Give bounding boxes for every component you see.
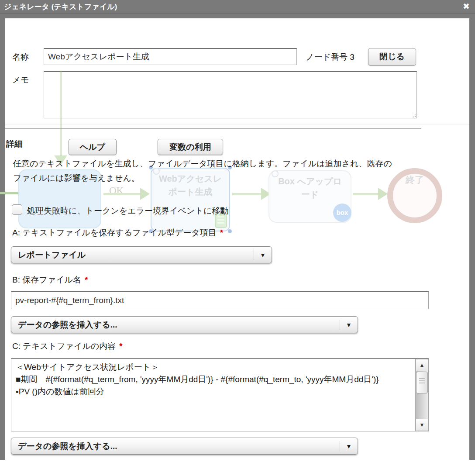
node-number-value: 3 — [350, 52, 355, 62]
divider — [0, 13, 475, 14]
memo-textarea[interactable] — [44, 71, 417, 118]
field-c-label: C: テキストファイルの内容* — [12, 341, 123, 352]
flow-arrow-head — [378, 188, 388, 200]
file-name-input[interactable] — [11, 291, 429, 309]
field-a-label: A: テキストファイルを保存するファイル型データ項目* — [12, 227, 223, 238]
field-c-label-text: C: テキストファイルの内容 — [12, 341, 116, 351]
help-button[interactable]: ヘルプ — [69, 139, 117, 155]
memo-label: メモ — [12, 74, 29, 86]
field-b-insert-select[interactable]: データの参照を挿入する... ▼ — [11, 316, 358, 333]
required-asterisk: * — [220, 228, 223, 237]
box-logo-icon: box — [333, 204, 351, 222]
close-button[interactable]: 閉じる — [368, 48, 416, 66]
generator-dialog: OK Webアクセスレ ポート生成 Box へアップロ ード box 終了 名称… — [0, 0, 475, 476]
scrollbar-thumb[interactable] — [416, 372, 428, 393]
name-label: 名称 — [12, 52, 29, 63]
scroll-up-icon[interactable]: ▲ — [416, 359, 428, 371]
chevron-down-icon: ▼ — [340, 321, 358, 328]
error-boundary-checkbox-label: 処理失敗時に、トークンをエラー境界イベントに移動 — [27, 205, 228, 217]
scroll-down-icon[interactable]: ▼ — [416, 419, 428, 431]
flow-arrow-head — [140, 188, 150, 200]
node-number: ノード番号 3 — [306, 52, 355, 63]
divider — [5, 124, 469, 124]
field-b-label: B: 保存ファイル名* — [12, 274, 88, 286]
variables-button[interactable]: 変数の利用 — [158, 139, 223, 155]
flow-entry-line — [0, 192, 18, 194]
field-c-insert-select[interactable]: データの参照を挿入する... ▼ — [11, 438, 358, 455]
flow-arrow-line — [232, 193, 261, 195]
chevron-down-icon: ▼ — [254, 252, 272, 259]
canvas-edge — [0, 18, 5, 460]
divider — [5, 128, 421, 129]
field-a-label-text: A: テキストファイルを保存するファイル型データ項目 — [12, 228, 217, 237]
flow-arrow-line — [353, 193, 378, 195]
dialog-title: ジェネレータ (テキストファイル) — [4, 2, 117, 12]
scrollbar[interactable]: ▲ ▼ — [415, 359, 428, 431]
file-content-area: ＜Webサイトアクセス状況レポート＞ ■期間 #{#format(#q_term… — [11, 358, 429, 431]
flow-arrow-line — [103, 193, 140, 195]
required-asterisk: * — [85, 275, 88, 284]
name-input[interactable] — [44, 48, 297, 65]
field-b-insert-select-value: データの参照を挿入する... — [11, 319, 340, 331]
chevron-down-icon: ▼ — [340, 443, 358, 450]
detail-section-title: 詳細 — [6, 138, 23, 150]
service-description: 任意のテキストファイルを生成し、ファイルデータ項目に格納します。ファイルは追加さ… — [13, 156, 399, 185]
required-asterisk: * — [119, 341, 122, 351]
field-b-label-text: B: 保存ファイル名 — [12, 275, 81, 284]
dialog-titlebar: ジェネレータ (テキストファイル) ✖ — [0, 0, 475, 18]
field-a-select-value: レポートファイル — [11, 249, 254, 261]
field-a-select[interactable]: レポートファイル ▼ — [11, 246, 272, 263]
file-content-textarea[interactable]: ＜Webサイトアクセス状況レポート＞ ■期間 #{#format(#q_term… — [11, 359, 415, 431]
close-icon[interactable]: ✖ — [463, 1, 470, 12]
node-number-label: ノード番号 — [306, 52, 348, 62]
canvas-edge — [469, 18, 475, 460]
selection-handle-icon — [228, 229, 232, 233]
flow-down-arrow-line — [60, 71, 62, 156]
error-boundary-checkbox[interactable] — [12, 204, 22, 215]
field-c-insert-select-value: データの参照を挿入する... — [11, 441, 340, 452]
